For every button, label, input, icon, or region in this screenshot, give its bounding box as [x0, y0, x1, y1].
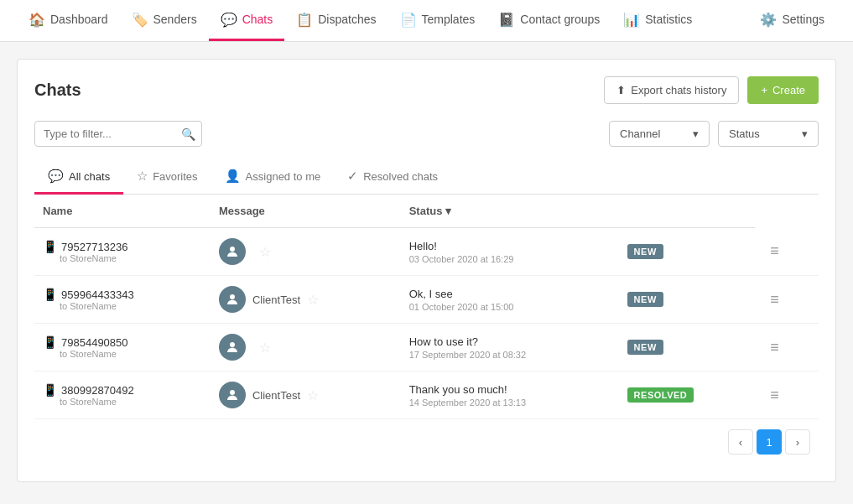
status-badge: RESOLVED: [627, 387, 694, 403]
page-title: Chats: [34, 81, 81, 100]
name-cell-1: 📱 959964433343 to StoreName: [34, 276, 211, 324]
table-row[interactable]: 📱 79527713236 to StoreName ☆ Hello!: [34, 228, 819, 276]
nav-item-senders[interactable]: 🏷️ Senders: [120, 0, 209, 41]
message-date: 14 September 2020 at 13:13: [409, 397, 611, 408]
status-badge: NEW: [627, 244, 663, 259]
nav-item-settings[interactable]: ⚙️ Settings: [748, 0, 836, 41]
nav-item-templates[interactable]: 📄 Templates: [388, 0, 487, 41]
table-row[interactable]: 📱 959964433343 to StoreName ClientTest ☆: [34, 276, 819, 324]
chevron-down-icon: ▾: [802, 127, 808, 140]
phone-number: 959964433343: [61, 288, 134, 301]
actions-cell-1: ≡: [755, 276, 819, 324]
row-menu-icon[interactable]: ≡: [763, 383, 786, 407]
status-cell-2: NEW: [619, 324, 756, 372]
page-1-button[interactable]: 1: [757, 429, 782, 455]
tab-resolved-chats[interactable]: ✓ Resolved chats: [334, 160, 451, 195]
col-status[interactable]: Status ▾: [401, 195, 619, 228]
table-row[interactable]: 📱 79854490850 to StoreName ☆ How to: [34, 324, 819, 372]
channel-dropdown[interactable]: Channel ▾: [609, 121, 710, 147]
page-header: Chats ⬆ Export chats history + Create: [34, 76, 819, 104]
avatar: [219, 334, 246, 361]
main-content: Chats ⬆ Export chats history + Create 🔍: [0, 42, 853, 499]
phone-icon: 📱: [43, 240, 57, 253]
svg-point-1: [230, 294, 235, 299]
name-cell-0: 📱 79527713236 to StoreName: [34, 228, 211, 276]
col-name: Name: [34, 195, 211, 228]
top-navigation: 🏠 Dashboard 🏷️ Senders 💬 Chats 📋 Dispatc…: [0, 0, 853, 42]
tab-favorites[interactable]: ☆ Favorites: [123, 160, 211, 195]
next-page-button[interactable]: ›: [785, 429, 810, 455]
phone-icon: 📱: [43, 335, 57, 349]
plus-icon: +: [761, 84, 767, 96]
store-name: to StoreName: [43, 349, 202, 359]
col-actions: [619, 195, 756, 228]
status-dropdown[interactable]: Status ▾: [718, 121, 819, 147]
phone-number: 380992870492: [61, 384, 134, 397]
senders-icon: 🏷️: [132, 12, 148, 28]
message-date: 03 October 2020 at 16:29: [409, 254, 611, 264]
phone-number: 79527713236: [61, 241, 128, 253]
nav-item-contact-groups[interactable]: 📓 Contact groups: [486, 0, 611, 41]
store-name: to StoreName: [43, 301, 202, 311]
message-date: 17 September 2020 at 08:32: [409, 350, 611, 360]
message-cell-1: Ok, I see 01 October 2020 at 15:00: [401, 276, 619, 324]
status-badge: NEW: [627, 340, 663, 355]
row-menu-icon[interactable]: ≡: [763, 239, 786, 262]
tab-all-chats[interactable]: 💬 All chats: [34, 160, 123, 195]
filter-row: 🔍 Channel ▾ Status ▾: [34, 121, 819, 147]
statistics-icon: 📊: [623, 12, 640, 28]
settings-icon: ⚙️: [760, 12, 777, 28]
phone-icon: 📱: [43, 383, 57, 397]
assigned-icon: 👤: [225, 169, 241, 184]
phone-icon: 📱: [43, 288, 57, 301]
row-menu-icon[interactable]: ≡: [763, 288, 786, 311]
message-cell-0: Hello! 03 October 2020 at 16:29: [401, 228, 619, 276]
message-cell-3: Thank you so much! 14 September 2020 at …: [401, 372, 619, 419]
table-row[interactable]: 📱 380992870492 to StoreName ClientTest ☆: [34, 372, 819, 419]
contact-cell-0: ☆: [211, 228, 401, 276]
name-cell-2: 📱 79854490850 to StoreName: [34, 324, 211, 372]
export-button[interactable]: ⬆ Export chats history: [604, 76, 739, 104]
nav-item-chats[interactable]: 💬 Chats: [209, 0, 285, 41]
contact-cell-2: ☆: [211, 324, 401, 372]
avatar: [219, 382, 246, 408]
chats-icon: 💬: [221, 12, 237, 28]
header-actions: ⬆ Export chats history + Create: [604, 76, 819, 104]
dispatches-icon: 📋: [296, 12, 313, 28]
favorite-star-icon[interactable]: ☆: [259, 340, 271, 356]
phone-number: 79854490850: [61, 336, 128, 349]
message-text: Ok, I see: [409, 288, 611, 300]
status-cell-0: NEW: [619, 228, 756, 276]
actions-cell-0: ≡: [755, 228, 819, 276]
favorite-star-icon[interactable]: ☆: [259, 244, 271, 260]
create-button[interactable]: + Create: [747, 76, 819, 104]
filter-input[interactable]: [34, 121, 202, 147]
nav-item-dispatches[interactable]: 📋 Dispatches: [284, 0, 387, 41]
svg-point-2: [230, 342, 235, 347]
avatar: [219, 286, 246, 313]
nav-item-statistics[interactable]: 📊 Statistics: [611, 0, 704, 41]
favorite-star-icon[interactable]: ☆: [307, 387, 319, 403]
nav-item-dashboard[interactable]: 🏠 Dashboard: [17, 0, 120, 41]
actions-cell-2: ≡: [755, 324, 819, 372]
contact-name: ClientTest: [252, 294, 300, 306]
export-icon: ⬆: [616, 84, 626, 96]
svg-point-0: [230, 247, 235, 252]
status-cell-1: NEW: [619, 276, 756, 324]
message-text: How to use it?: [409, 335, 611, 348]
message-text: Hello!: [409, 240, 611, 252]
store-name: to StoreName: [43, 397, 202, 407]
pagination: ‹ 1 ›: [34, 418, 819, 465]
contact-cell-3: ClientTest ☆: [211, 372, 401, 419]
tab-assigned-to-me[interactable]: 👤 Assigned to me: [211, 160, 335, 195]
filter-dropdowns: Channel ▾ Status ▾: [609, 121, 819, 147]
templates-icon: 📄: [400, 12, 417, 28]
prev-page-button[interactable]: ‹: [728, 429, 753, 455]
name-cell-3: 📱 380992870492 to StoreName: [34, 372, 211, 419]
row-menu-icon[interactable]: ≡: [763, 335, 786, 359]
avatar: [219, 238, 246, 265]
dashboard-icon: 🏠: [29, 12, 45, 28]
star-icon: ☆: [137, 169, 148, 184]
favorite-star-icon[interactable]: ☆: [307, 292, 319, 308]
message-text: Thank you so much!: [409, 383, 611, 396]
